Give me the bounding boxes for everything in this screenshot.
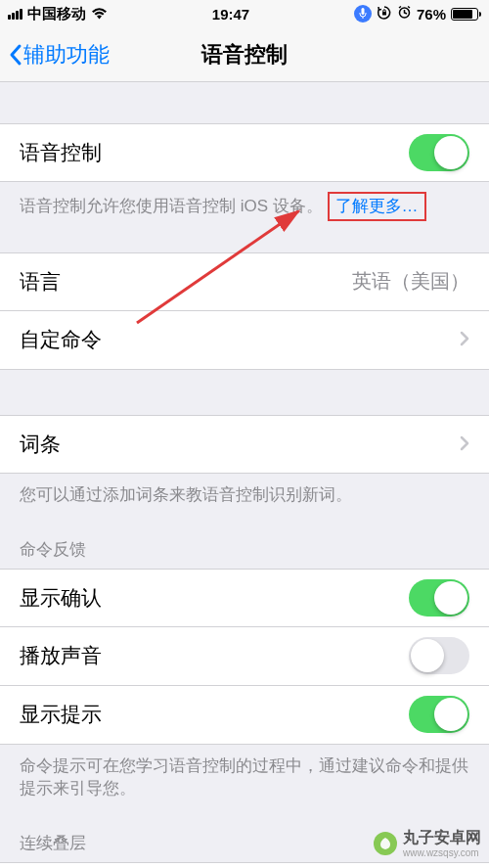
overlay-cell[interactable]: 叠层 无 <box>0 862 489 868</box>
custom-commands-label: 自定命令 <box>20 326 102 353</box>
back-button[interactable]: 辅助功能 <box>8 40 110 69</box>
voice-control-switch[interactable] <box>409 134 469 171</box>
watermark: 丸子安卓网 www.wzsqsy.com <box>374 828 481 858</box>
orientation-lock-icon <box>377 5 392 23</box>
feedback-header: 命令反馈 <box>0 521 489 569</box>
watermark-icon <box>374 832 397 855</box>
watermark-url: www.wzsqsy.com <box>403 848 481 858</box>
play-sound-cell[interactable]: 播放声音 <box>0 627 489 686</box>
battery-percent: 76% <box>417 6 446 23</box>
show-hint-label: 显示提示 <box>20 701 102 728</box>
back-label: 辅助功能 <box>23 40 110 69</box>
page-title: 语音控制 <box>201 40 288 69</box>
battery-icon <box>451 8 481 21</box>
chevron-right-icon <box>460 433 469 456</box>
vocabulary-label: 词条 <box>20 431 61 458</box>
play-sound-switch[interactable] <box>409 637 469 674</box>
voice-control-footer: 语音控制允许您使用语音控制 iOS 设备。 了解更多… <box>0 182 489 235</box>
chevron-right-icon <box>460 328 469 351</box>
show-confirm-label: 显示确认 <box>20 584 102 612</box>
show-confirm-switch[interactable] <box>409 579 469 617</box>
watermark-title: 丸子安卓网 <box>403 829 481 845</box>
alarm-icon <box>397 5 412 23</box>
voice-control-status-icon <box>354 5 372 23</box>
signal-icon <box>8 9 22 20</box>
language-cell[interactable]: 语言 英语（美国） <box>0 252 489 311</box>
nav-bar: 辅助功能 语音控制 <box>0 27 489 82</box>
play-sound-label: 播放声音 <box>20 642 102 669</box>
status-time: 19:47 <box>212 6 249 23</box>
voice-control-toggle-cell[interactable]: 语音控制 <box>0 123 489 182</box>
svg-rect-2 <box>382 12 386 16</box>
language-label: 语言 <box>20 268 61 296</box>
show-hint-cell[interactable]: 显示提示 <box>0 686 489 745</box>
vocabulary-footer: 您可以通过添加词条来教语音控制识别新词。 <box>0 474 489 521</box>
wifi-icon <box>91 6 108 23</box>
show-confirm-cell[interactable]: 显示确认 <box>0 569 489 627</box>
voice-control-label: 语音控制 <box>20 139 102 166</box>
status-bar: 中国移动 19:47 76% <box>0 0 489 27</box>
learn-more-link[interactable]: 了解更多… <box>335 197 419 215</box>
chevron-left-icon <box>8 43 23 67</box>
svg-rect-0 <box>361 8 364 15</box>
feedback-footer: 命令提示可在您学习语音控制的过程中，通过建议命令和提供提示来引导您。 <box>0 745 489 815</box>
custom-commands-cell[interactable]: 自定命令 <box>0 311 489 370</box>
carrier-label: 中国移动 <box>27 5 86 23</box>
show-hint-switch[interactable] <box>409 696 469 733</box>
vocabulary-cell[interactable]: 词条 <box>0 415 489 474</box>
language-value: 英语（美国） <box>352 268 469 295</box>
